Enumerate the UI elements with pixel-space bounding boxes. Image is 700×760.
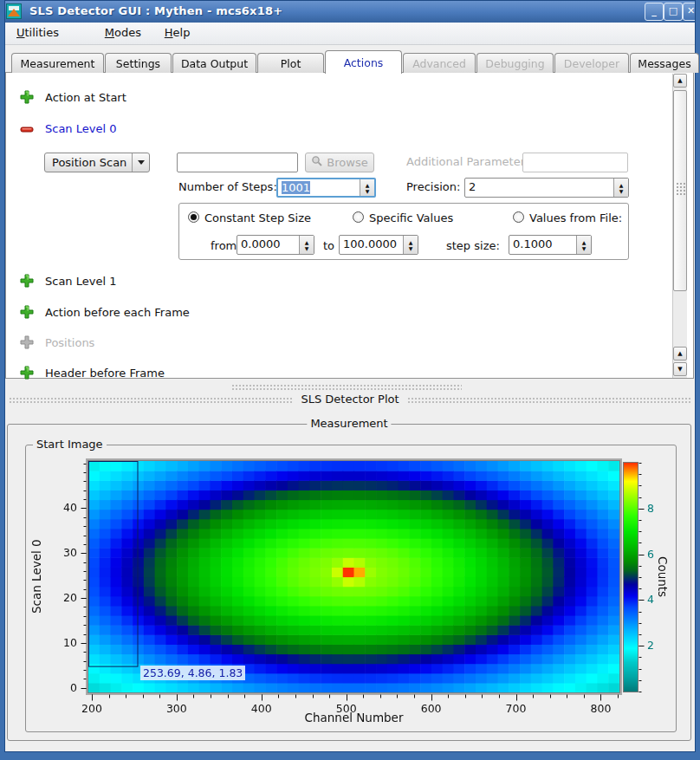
- spin-up-button[interactable]: ▲: [619, 182, 624, 188]
- scan-mode-select[interactable]: Position Scan: [44, 153, 150, 172]
- chevron-down-icon: [138, 160, 145, 165]
- tab-settings[interactable]: Settings: [105, 53, 172, 73]
- constant-step-label[interactable]: Constant Step Size: [204, 211, 311, 224]
- maximize-button[interactable]: □: [664, 3, 683, 21]
- start-image-group: Start Image Scan Level 0 Channel Number …: [25, 445, 677, 732]
- plot-position-tooltip: 253.69, 4.86, 1.83: [140, 666, 245, 680]
- specific-values-radio[interactable]: [353, 211, 364, 223]
- menu-bar: UtilitiesModesHelp: [4, 23, 696, 45]
- scrollbar-grip: [676, 182, 685, 196]
- number-of-steps-label: Number of Steps:: [178, 180, 277, 193]
- expand-plus-icon[interactable]: [20, 90, 34, 104]
- tab-measurement[interactable]: Measurement: [11, 53, 104, 73]
- tab-bar: MeasurementSettingsData OutputPlotAction…: [11, 49, 700, 73]
- tab-advanced[interactable]: Advanced: [403, 53, 476, 73]
- step-size-value[interactable]: 0.1000: [509, 236, 576, 254]
- browse-magnifier-icon: [311, 155, 323, 170]
- step-mode-group: Constant Step Size Specific Values Value…: [178, 203, 629, 260]
- header-before-frame-label[interactable]: Header before Frame: [45, 367, 165, 380]
- menu-utilities[interactable]: Utilities: [16, 26, 59, 39]
- colorbar-title: Counts: [655, 463, 671, 692]
- number-of-steps-spinbox[interactable]: 1001 ▲▼: [276, 178, 376, 198]
- additional-parameter-input[interactable]: [522, 153, 628, 172]
- scroll-down-button[interactable]: ▼: [673, 362, 687, 376]
- measurement-group: Measurement Start Image Scan Level 0 Cha…: [7, 424, 691, 741]
- vertical-scrollbar[interactable]: ▲ ▲ ▼: [672, 74, 687, 378]
- y-axis-title: Scan Level 0: [28, 461, 45, 692]
- spin-down-button[interactable]: ▼: [582, 245, 587, 251]
- plot-dock-title: SLS Detector Plot: [292, 393, 407, 406]
- tab-debugging[interactable]: Debugging: [476, 53, 554, 73]
- precision-label: Precision:: [406, 180, 460, 193]
- to-value[interactable]: 100.0000: [340, 236, 403, 254]
- scan-mode-value: Position Scan: [45, 156, 132, 169]
- expand-plus-icon[interactable]: [20, 305, 34, 319]
- from-value[interactable]: 0.0000: [237, 236, 299, 254]
- from-label: from: [211, 239, 237, 252]
- constant-step-radio[interactable]: [188, 211, 199, 223]
- combo-dropdown-button[interactable]: [132, 153, 149, 172]
- menu-help[interactable]: Help: [165, 26, 191, 39]
- splitter-handle[interactable]: [231, 384, 462, 390]
- tab-actions[interactable]: Actions: [325, 50, 402, 74]
- scroll-up-button[interactable]: ▲: [673, 74, 687, 88]
- title-bar[interactable]: SLS Detector GUI : Mythen - mcs6x18+ _ □…: [0, 0, 700, 23]
- browse-button-label: Browse: [327, 156, 367, 169]
- scroll-up-button[interactable]: ▲: [673, 347, 687, 361]
- plot-dock-titlebar[interactable]: SLS Detector Plot: [4, 393, 696, 408]
- actions-panel: Action at Start Scan Level 0 Position Sc…: [5, 72, 694, 379]
- to-spinbox[interactable]: 100.0000 ▲▼: [339, 235, 418, 255]
- app-icon: [6, 3, 22, 19]
- spin-up-button[interactable]: ▲: [305, 239, 309, 245]
- values-from-file-label[interactable]: Values from File:: [529, 211, 622, 224]
- heatmap-plot-canvas[interactable]: [26, 445, 677, 733]
- precision-value[interactable]: 2: [465, 179, 613, 197]
- tab-data-output[interactable]: Data Output: [172, 53, 256, 73]
- spin-down-button[interactable]: ▼: [366, 188, 370, 194]
- number-of-steps-value[interactable]: 1001: [282, 181, 310, 194]
- positions-label: Positions: [45, 336, 94, 349]
- spin-down-button[interactable]: ▼: [619, 188, 624, 194]
- spin-down-button[interactable]: ▼: [409, 245, 413, 251]
- additional-parameter-label: Additional Parameter:: [406, 155, 528, 168]
- specific-values-label[interactable]: Specific Values: [369, 211, 453, 224]
- precision-spinbox[interactable]: 2 ▲▼: [464, 178, 629, 198]
- step-size-spinbox[interactable]: 0.1000 ▲▼: [509, 235, 592, 255]
- x-axis-title: Channel Number: [88, 711, 619, 724]
- spin-up-button[interactable]: ▲: [366, 182, 370, 188]
- scrollbar-thumb[interactable]: [673, 90, 687, 291]
- scan-level-0-label[interactable]: Scan Level 0: [45, 122, 116, 135]
- values-from-file-radio[interactable]: [513, 211, 524, 223]
- tab-developer[interactable]: Developer: [554, 53, 629, 73]
- expand-plus-icon[interactable]: [20, 274, 34, 288]
- expand-plus-icon-disabled: [20, 335, 34, 349]
- window-title: SLS Detector GUI : Mythen - mcs6x18+: [29, 4, 282, 17]
- to-label: to: [323, 239, 334, 252]
- scan-script-input[interactable]: [177, 153, 298, 172]
- spin-up-button[interactable]: ▲: [409, 239, 413, 245]
- step-size-label: step size:: [446, 239, 500, 252]
- spin-down-button[interactable]: ▼: [305, 245, 309, 251]
- scan-level-1-label[interactable]: Scan Level 1: [45, 275, 116, 288]
- from-spinbox[interactable]: 0.0000 ▲▼: [237, 235, 314, 255]
- close-button[interactable]: ✕: [683, 3, 699, 21]
- tab-messages[interactable]: Messages: [630, 53, 699, 73]
- tab-plot[interactable]: Plot: [257, 53, 324, 73]
- expand-plus-icon[interactable]: [20, 366, 34, 380]
- action-at-start-label[interactable]: Action at Start: [45, 91, 126, 104]
- action-before-frame-label[interactable]: Action before each Frame: [45, 306, 190, 319]
- spin-up-button[interactable]: ▲: [582, 239, 587, 245]
- minimize-button[interactable]: _: [645, 3, 664, 21]
- measurement-group-title: Measurement: [307, 417, 391, 430]
- collapse-minus-icon[interactable]: [20, 122, 34, 136]
- browse-button[interactable]: Browse: [305, 153, 374, 172]
- menu-modes[interactable]: Modes: [105, 26, 141, 39]
